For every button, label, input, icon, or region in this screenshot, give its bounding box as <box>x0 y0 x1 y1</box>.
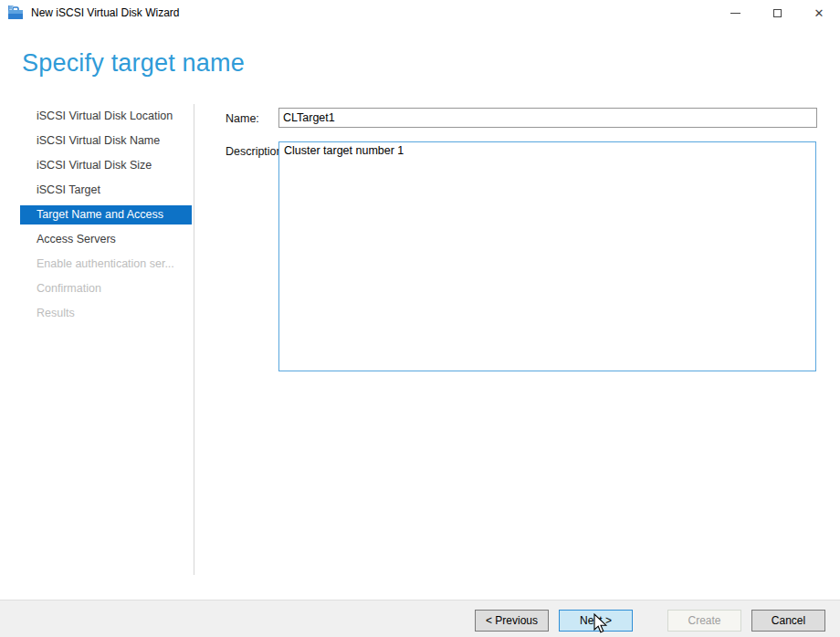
window-title: New iSCSI Virtual Disk Wizard <box>31 0 179 26</box>
sidebar-item-confirmation: Confirmation <box>20 277 192 301</box>
next-button[interactable]: Next > <box>559 610 633 632</box>
sidebar-item-iscsi-virtual-disk-name[interactable]: iSCSI Virtual Disk Name <box>20 129 192 153</box>
sidebar-item-iscsi-virtual-disk-location[interactable]: iSCSI Virtual Disk Location <box>20 104 192 129</box>
close-icon[interactable]: ✕ <box>798 0 840 26</box>
maximize-icon[interactable] <box>756 0 798 26</box>
window-controls: ✕ <box>714 0 840 26</box>
name-label: Name: <box>226 112 259 125</box>
sidebar-item-iscsi-target[interactable]: iSCSI Target <box>20 178 192 203</box>
cancel-button[interactable]: Cancel <box>751 610 825 632</box>
sidebar-divider <box>194 104 194 575</box>
create-button: Create <box>667 610 741 632</box>
page-title: Specify target name <box>22 49 245 78</box>
description-label: Description: <box>226 145 286 158</box>
minimize-icon[interactable] <box>714 0 756 26</box>
previous-button[interactable]: < Previous <box>475 610 549 632</box>
server-manager-toolbox-icon <box>7 5 24 20</box>
target-name-input[interactable] <box>278 108 817 128</box>
titlebar: New iSCSI Virtual Disk Wizard ✕ <box>0 0 840 26</box>
footer-bar: < Previous Next > Create Cancel <box>0 600 840 637</box>
sidebar-item-enable-authentication: Enable authentication ser... <box>20 252 192 277</box>
target-description-textarea[interactable]: Cluster target number 1 <box>278 141 816 371</box>
wizard-steps-nav: iSCSI Virtual Disk Location iSCSI Virtua… <box>20 104 192 326</box>
sidebar-item-access-servers[interactable]: Access Servers <box>20 227 192 252</box>
sidebar-item-results: Results <box>20 301 192 326</box>
sidebar-item-target-name-and-access[interactable]: Target Name and Access <box>20 205 192 225</box>
sidebar-item-iscsi-virtual-disk-size[interactable]: iSCSI Virtual Disk Size <box>20 153 192 178</box>
